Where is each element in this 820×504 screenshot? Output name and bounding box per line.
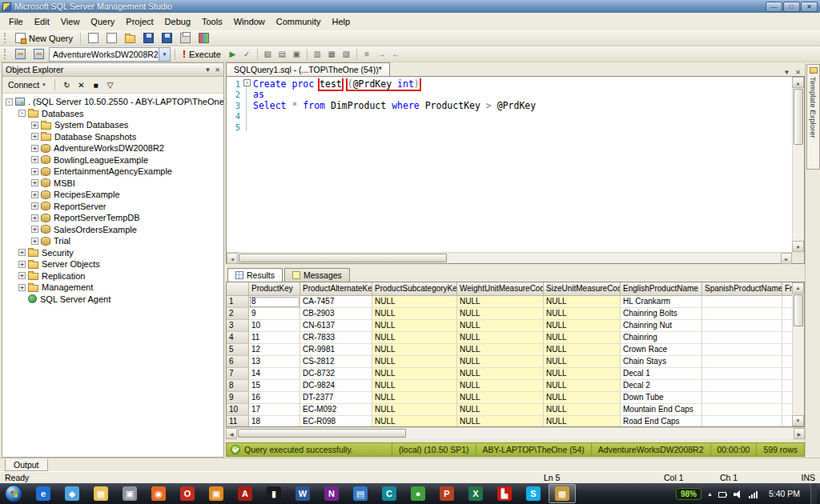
tree-item[interactable]: +Database Snapshots bbox=[2, 131, 223, 143]
cell[interactable]: NULL bbox=[544, 368, 621, 380]
cell[interactable]: Chain Stays bbox=[621, 356, 702, 368]
scroll-up-icon[interactable]: ▲ bbox=[792, 282, 804, 294]
tree-item[interactable]: +Management bbox=[2, 282, 223, 294]
cell[interactable]: DC-9824 bbox=[300, 380, 372, 392]
cell[interactable]: CS-2812 bbox=[300, 356, 372, 368]
connect-database-button[interactable] bbox=[12, 47, 29, 62]
tree-item[interactable]: +Replication bbox=[2, 270, 223, 282]
expand-plus-icon[interactable]: + bbox=[31, 238, 38, 245]
cell[interactable]: NULL bbox=[544, 344, 621, 356]
scrollbar-thumb[interactable] bbox=[794, 294, 803, 326]
expand-plus-icon[interactable]: + bbox=[18, 261, 26, 268]
menu-edit[interactable]: Edit bbox=[29, 14, 55, 30]
show-hidden-icons[interactable]: ▲ bbox=[707, 491, 713, 497]
clock[interactable]: 5:40 PM bbox=[764, 489, 805, 498]
expand-plus-icon[interactable]: + bbox=[31, 122, 38, 129]
sql-editor[interactable]: 1-Create proc test (@PrdKey int)2as3Sele… bbox=[226, 76, 805, 264]
cell[interactable]: 9 bbox=[249, 308, 300, 320]
cell[interactable]: Chainring bbox=[621, 332, 702, 344]
save-button[interactable] bbox=[140, 31, 157, 46]
cell[interactable]: NULL bbox=[372, 380, 457, 392]
column-header[interactable]: SpanishProductName bbox=[702, 282, 782, 296]
cell[interactable]: NULL bbox=[544, 404, 621, 416]
expand-plus-icon[interactable]: + bbox=[31, 202, 38, 210]
communicator-taskbar-button[interactable]: C bbox=[376, 484, 403, 503]
close-button[interactable]: ✕ bbox=[801, 2, 818, 12]
row-number[interactable]: 9 bbox=[227, 392, 249, 404]
cell[interactable]: CR-9981 bbox=[300, 344, 372, 356]
cell[interactable] bbox=[702, 416, 782, 427]
new-analysis-service-query-button[interactable] bbox=[103, 31, 120, 46]
cell[interactable]: NULL bbox=[372, 368, 457, 380]
power-icon[interactable] bbox=[718, 490, 728, 498]
change-connection-button[interactable] bbox=[30, 47, 47, 62]
cell[interactable]: 15 bbox=[249, 380, 300, 392]
cell[interactable] bbox=[702, 332, 782, 344]
indent-icon[interactable]: → bbox=[375, 47, 388, 62]
column-header[interactable]: ProductSubcategoryKey bbox=[372, 282, 457, 296]
cell[interactable]: Mountain End Caps bbox=[621, 404, 702, 416]
editor-line[interactable]: 4 bbox=[227, 111, 791, 122]
cell[interactable]: NULL bbox=[372, 404, 457, 416]
debug-icon[interactable]: ▶ bbox=[226, 47, 239, 62]
media-player-taskbar-button[interactable]: ▣ bbox=[116, 484, 143, 503]
tree-item[interactable]: +ReportServerTempDB bbox=[2, 212, 223, 224]
cell[interactable]: NULL bbox=[457, 392, 544, 404]
output-tab[interactable]: Output bbox=[5, 459, 48, 471]
tree-item[interactable]: -. (SQL Server 10.50.2550 - ABY-LAPTOP\T… bbox=[2, 96, 223, 108]
row-number[interactable]: 4 bbox=[227, 332, 249, 344]
cell[interactable]: 8 bbox=[249, 296, 300, 308]
maximize-button[interactable]: □ bbox=[783, 2, 800, 12]
tree-item[interactable]: SQL Server Agent bbox=[2, 294, 223, 306]
tree-item[interactable]: +EntertainmentAgencyExample bbox=[2, 166, 223, 178]
visual-studio-taskbar-button[interactable]: ▤ bbox=[347, 484, 374, 503]
cell[interactable]: 11 bbox=[249, 332, 300, 344]
grid-vertical-scrollbar[interactable]: ▲ ▼ bbox=[792, 282, 804, 426]
expand-plus-icon[interactable]: + bbox=[31, 179, 38, 186]
picture-manager-taskbar-button[interactable]: ▣ bbox=[203, 484, 230, 503]
cell[interactable]: NULL bbox=[544, 356, 621, 368]
pdf-reader-taskbar-button[interactable]: ▙ bbox=[491, 484, 518, 503]
menu-debug[interactable]: Debug bbox=[159, 14, 196, 30]
tab-results[interactable]: Results bbox=[227, 268, 283, 282]
cell[interactable]: NULL bbox=[457, 296, 544, 308]
cell[interactable]: 12 bbox=[249, 344, 300, 356]
close-document-icon[interactable]: ✕ bbox=[795, 69, 801, 76]
tree-item[interactable]: +System Databases bbox=[2, 119, 223, 131]
menu-community[interactable]: Community bbox=[271, 14, 327, 30]
cell[interactable]: EC-M092 bbox=[300, 404, 372, 416]
tree-item[interactable]: +Server Objects bbox=[2, 258, 223, 270]
cell[interactable]: CB-2903 bbox=[300, 308, 372, 320]
cell[interactable]: EC-R098 bbox=[300, 416, 372, 427]
menu-window[interactable]: Window bbox=[228, 14, 271, 30]
volume-icon[interactable] bbox=[734, 490, 743, 498]
expand-plus-icon[interactable]: + bbox=[31, 145, 38, 152]
expand-plus-icon[interactable]: + bbox=[31, 214, 38, 222]
cell[interactable]: NULL bbox=[372, 392, 457, 404]
powerpoint-taskbar-button[interactable]: P bbox=[433, 484, 460, 503]
cell[interactable]: NULL bbox=[544, 332, 621, 344]
cell[interactable]: NULL bbox=[372, 320, 457, 332]
scrollbar-thumb[interactable] bbox=[238, 429, 406, 438]
new-database-engine-query-button[interactable] bbox=[85, 31, 102, 46]
cell[interactable]: NULL bbox=[372, 356, 457, 368]
tree-item[interactable]: +Trial bbox=[2, 235, 223, 247]
results-to-file-icon[interactable]: ▨ bbox=[340, 47, 353, 62]
menu-help[interactable]: Help bbox=[326, 14, 356, 30]
network-icon[interactable] bbox=[749, 490, 758, 498]
menu-project[interactable]: Project bbox=[120, 14, 159, 30]
cell[interactable]: 14 bbox=[249, 368, 300, 380]
cell[interactable]: NULL bbox=[457, 356, 544, 368]
activity-monitor-button[interactable] bbox=[195, 31, 212, 46]
column-header[interactable]: EnglishProductName bbox=[621, 282, 702, 296]
editor-line[interactable]: 2as bbox=[227, 90, 791, 101]
tree-item[interactable]: +MSBI bbox=[2, 178, 223, 190]
fold-collapse-icon[interactable]: - bbox=[243, 79, 251, 86]
cell[interactable]: NULL bbox=[372, 344, 457, 356]
editor-line[interactable]: 1-Create proc test (@PrdKey int) bbox=[227, 78, 791, 90]
row-number[interactable]: 10 bbox=[227, 404, 249, 416]
results-grid[interactable]: ProductKeyProductAlternateKeyProductSubc… bbox=[226, 282, 805, 427]
battery-percent-badge[interactable]: 98% bbox=[676, 488, 701, 500]
cell[interactable]: Decal 1 bbox=[621, 368, 702, 380]
cell[interactable] bbox=[702, 320, 782, 332]
